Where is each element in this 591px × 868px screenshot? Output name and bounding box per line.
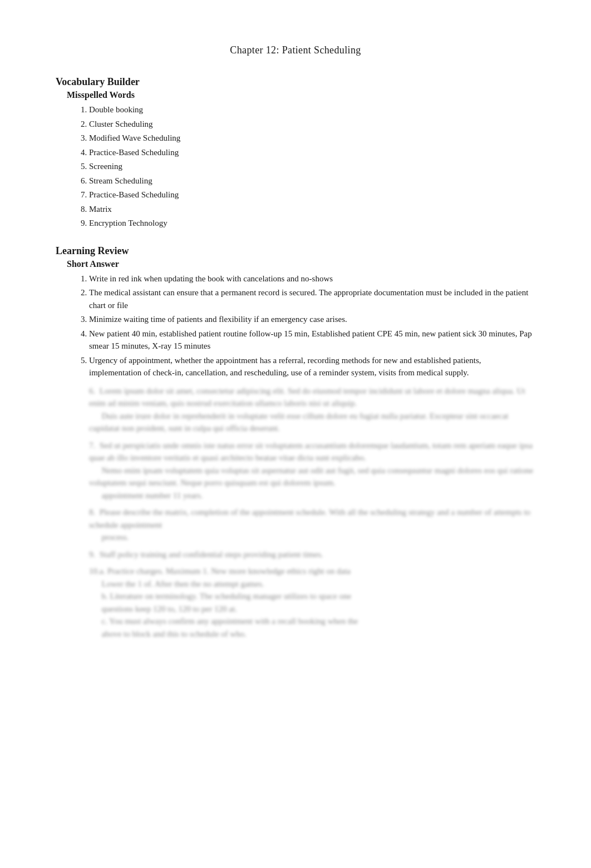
list-item: Encryption Technology xyxy=(89,217,535,230)
blurred-item-8: 8. Please describe the matrix, completio… xyxy=(89,506,535,544)
list-item: Screening xyxy=(89,160,535,173)
list-item: Practice-Based Scheduling xyxy=(89,189,535,201)
blurred-item-9: 9. Staff policy training and confidentia… xyxy=(89,548,535,561)
list-item: Minimize waiting time of patients and fl… xyxy=(89,313,535,326)
list-item: Urgency of appointment, whether the appo… xyxy=(89,354,535,379)
short-answer-heading: Short Answer xyxy=(67,259,535,269)
blurred-item-6: 6. Lorem ipsum dolor sit amet, consectet… xyxy=(89,385,535,435)
blurred-item-10: 10.a. Practice charges. Maximum 1. New m… xyxy=(89,565,535,640)
page-title: Chapter 12: Patient Scheduling xyxy=(56,44,535,56)
misspelled-words-heading: Misspelled Words xyxy=(67,90,535,100)
blurred-item-7: 7. Sed ut perspiciatis unde omnis iste n… xyxy=(89,439,535,502)
learning-review-heading: Learning Review xyxy=(56,245,535,257)
list-item: Cluster Scheduling xyxy=(89,118,535,131)
misspelled-words-list: Double booking Cluster Scheduling Modifi… xyxy=(89,103,535,230)
list-item: Double booking xyxy=(89,103,535,116)
list-item: Write in red ink when updating the book … xyxy=(89,272,535,285)
vocabulary-builder-section: Vocabulary Builder Misspelled Words Doub… xyxy=(56,76,535,230)
list-item: The medical assistant can ensure that a … xyxy=(89,286,535,311)
blurred-content: 6. Lorem ipsum dolor sit amet, consectet… xyxy=(56,385,535,641)
learning-review-section: Learning Review Short Answer Write in re… xyxy=(56,245,535,641)
vocabulary-builder-heading: Vocabulary Builder xyxy=(56,76,535,88)
list-item: Practice-Based Scheduling xyxy=(89,146,535,159)
list-item: Modified Wave Scheduling xyxy=(89,132,535,145)
short-answer-list: Write in red ink when updating the book … xyxy=(89,272,535,379)
list-item: Matrix xyxy=(89,203,535,216)
list-item: New patient 40 min, established patient … xyxy=(89,328,535,353)
list-item: Stream Scheduling xyxy=(89,175,535,187)
